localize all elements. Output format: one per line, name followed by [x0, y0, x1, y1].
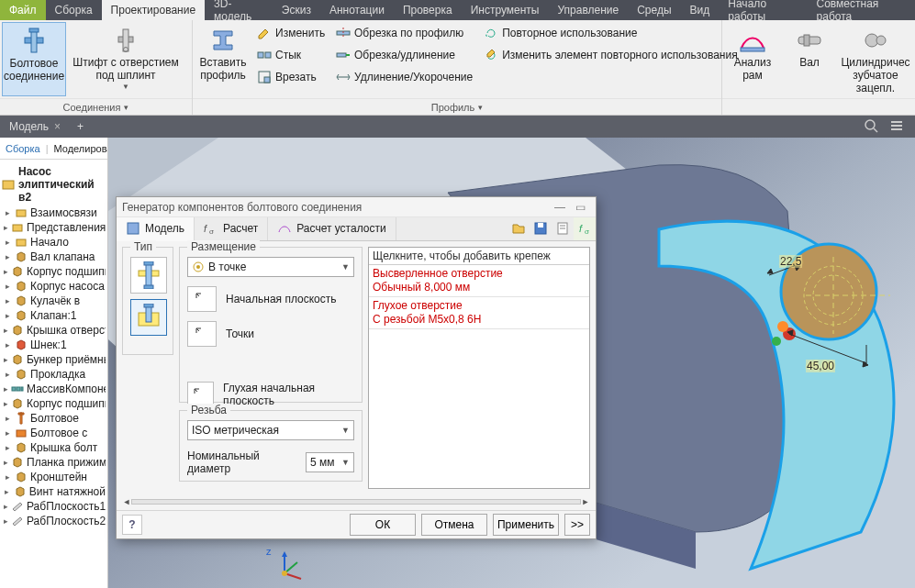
pick-points-button[interactable] [187, 321, 217, 347]
browser-tab-modeling[interactable]: Моделирование [49, 143, 108, 154]
expand-icon[interactable]: ▸ [4, 252, 12, 261]
tab-tools[interactable]: Инструменты [462, 0, 549, 20]
dimension-angle[interactable]: 22,5 [779, 255, 802, 268]
browser-tab-assembly[interactable]: Сборка [0, 143, 46, 154]
reuse-button[interactable]: Повторное использование [478, 22, 735, 44]
tab-calculation[interactable]: fσ Расчет [195, 217, 268, 240]
tab-manage[interactable]: Управление [548, 0, 628, 20]
minimize-icon[interactable]: — [550, 201, 570, 214]
expand-icon[interactable]: ▸ [4, 267, 8, 276]
expand-icon[interactable]: ▸ [4, 487, 11, 496]
tree-item[interactable]: ▸Корпус подшипника [2, 396, 106, 411]
tab-view[interactable]: Вид [681, 0, 720, 20]
expand-icon[interactable]: ▸ [4, 443, 12, 452]
expand-icon[interactable]: ▸ [4, 399, 8, 408]
expand-icon[interactable]: ▸ [4, 311, 12, 320]
tab-3dmodel[interactable]: 3D-модель [205, 0, 273, 20]
expand-icon[interactable]: ▸ [4, 208, 12, 217]
tree-item[interactable]: ▸Шнек:1 [2, 338, 106, 352]
tab-annotate[interactable]: Аннотации [320, 0, 394, 20]
pick-start-plane-button[interactable] [187, 286, 217, 312]
clevis-pin-button[interactable]: Штифт с отверстием под шплинт ▼ [66, 22, 185, 96]
close-icon[interactable]: × [54, 120, 61, 133]
open-icon[interactable] [508, 217, 530, 240]
expand-icon[interactable]: ▸ [4, 472, 12, 482]
expand-icon[interactable]: ▸ [4, 326, 8, 335]
expand-icon[interactable]: ▸ [4, 355, 8, 364]
tree-item[interactable]: ▸Планка прижимная [2, 455, 106, 470]
tree-item[interactable]: ▸Кронштейн [2, 470, 106, 484]
tab-sketch[interactable]: Эскиз [273, 0, 320, 20]
shaft-button[interactable]: Вал [781, 22, 838, 96]
tree-item[interactable]: ▸Бункер приёмный [2, 352, 106, 367]
scroll-right-icon[interactable]: ► [581, 497, 590, 506]
tree-item[interactable]: ▸Кулачёк в [2, 294, 106, 308]
tab-assembly[interactable]: Сборка [46, 0, 102, 20]
trim-profile-button[interactable]: Обрезка по профилю [330, 22, 478, 44]
settings-icon[interactable] [889, 118, 906, 135]
expand-icon[interactable]: ▸ [4, 516, 8, 526]
tab-model[interactable]: Модель [117, 217, 195, 241]
expand-icon[interactable]: ▸ [4, 340, 12, 349]
type-blind-button[interactable] [130, 299, 167, 336]
type-through-button[interactable] [130, 257, 167, 294]
tree-item[interactable]: ▸Корпус насоса [2, 279, 106, 294]
expand-icon[interactable]: ▸ [4, 458, 8, 467]
save-icon[interactable] [530, 217, 552, 240]
tree-item[interactable]: ▸Крышка отверстия [2, 323, 106, 338]
tree-item[interactable]: ▸Винт натяжной [2, 484, 106, 499]
expand-icon[interactable]: ▸ [4, 282, 12, 291]
tab-file[interactable]: Файл [0, 0, 46, 20]
bolt-connection-button[interactable]: Болтовое соединение [2, 22, 66, 96]
expand-icon[interactable]: ▸ [4, 414, 12, 423]
fasteners-hint[interactable]: Щелкните, чтобы добавить крепеж [369, 248, 589, 265]
tree-item[interactable]: ▸Крышка болт [2, 440, 106, 455]
doc-tab-model[interactable]: Модель × [0, 116, 70, 138]
search-icon[interactable] [864, 118, 880, 135]
tab-inspect[interactable]: Проверка [394, 0, 462, 20]
formula-icon[interactable]: fσ [574, 217, 596, 240]
tab-design[interactable]: Проектирование [102, 0, 206, 20]
expand-icon[interactable]: ▸ [4, 384, 8, 394]
dialog-titlebar[interactable]: Генератор компонентов болтового соединен… [117, 197, 596, 217]
spur-gear-button[interactable]: Цилиндричес зубчатое зацепл. [838, 22, 913, 96]
tree-item[interactable]: ▸РабПлоскость1 [2, 499, 106, 514]
expand-icon[interactable]: ▸ [4, 428, 12, 438]
cancel-button[interactable]: Отмена [421, 514, 487, 536]
tree-item[interactable]: ▸РабПлоскость2 [2, 514, 106, 528]
tree-item[interactable]: ▸Взаимосвязи [2, 205, 106, 220]
tab-environments[interactable]: Среды [628, 0, 680, 20]
insert-profile-button[interactable]: Вставить профиль [195, 22, 251, 96]
tab-getstarted[interactable]: Начало работы [719, 0, 807, 20]
trim-extend-button[interactable]: Обрезка/удлинение [330, 44, 478, 66]
tree-item[interactable]: ▸Вал клапана [2, 250, 106, 264]
notch-button[interactable]: Врезать [251, 66, 330, 88]
dialog-scrollbar[interactable]: ◄ ► [122, 496, 590, 508]
scroll-track[interactable] [131, 499, 581, 505]
hole-item-2[interactable]: Глухое отверстие С резьбой M5x0,8 6H [369, 297, 589, 329]
tree-item[interactable]: ▸Клапан:1 [2, 308, 106, 323]
tab-collab[interactable]: Совместная работа [808, 0, 915, 20]
tree-item[interactable]: ▸Представления [2, 220, 106, 235]
thread-standard-combo[interactable]: ISO метрическая ▼ [187, 420, 354, 440]
scroll-left-icon[interactable]: ◄ [122, 497, 131, 506]
report-icon[interactable] [552, 217, 574, 240]
apply-button[interactable]: Применить [493, 514, 559, 536]
tree-item[interactable]: ▸Корпус подшипника [2, 264, 106, 279]
edit-profile-button[interactable]: Изменить [251, 22, 330, 44]
dimension-length[interactable]: 45,00 [806, 360, 835, 372]
new-tab-button[interactable]: + [70, 120, 91, 133]
tree-item[interactable]: ▸Прокладка [2, 367, 106, 382]
ok-button[interactable]: ОК [350, 514, 416, 536]
tree-item[interactable]: ▸МассивКомпонент [2, 382, 106, 396]
tab-fatigue[interactable]: Расчет усталости [268, 217, 396, 240]
axis-triad[interactable]: z [273, 548, 307, 581]
expand-icon[interactable]: ▸ [4, 223, 8, 232]
help-button[interactable]: ? [122, 515, 142, 535]
tree-root[interactable]: Насос элиптический в2 [2, 163, 106, 205]
close-icon[interactable]: ▭ [570, 201, 590, 214]
placement-mode-combo[interactable]: В точке ▼ [187, 257, 354, 277]
expand-icon[interactable]: ▸ [4, 502, 8, 511]
tree-item[interactable]: ▸Болтовое с [2, 426, 106, 440]
expand-icon[interactable]: ▸ [4, 370, 12, 379]
